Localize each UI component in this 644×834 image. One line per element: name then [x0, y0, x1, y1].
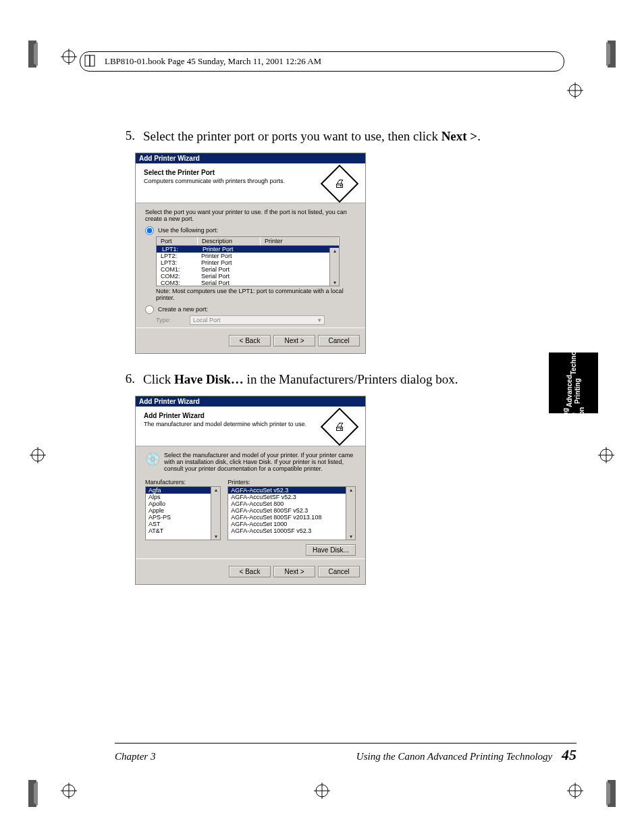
disk-icon: 💿	[145, 452, 160, 467]
manufacturers-label: Manufacturers:	[145, 479, 221, 486]
list-item[interactable]: AST	[146, 521, 220, 527]
port-row[interactable]: COM3:Serial Port	[157, 280, 339, 286]
wizard-instruction: 💿 Select the manufacturer and model of y…	[145, 452, 356, 472]
list-item[interactable]: AGFA-AccuSet 800	[228, 500, 355, 507]
list-item[interactable]: AT&T	[146, 527, 220, 534]
port-row[interactable]: LPT2:Printer Port	[157, 253, 339, 259]
list-item[interactable]: AGFA-AccuSet v52.3	[228, 487, 355, 494]
cancel-button[interactable]: Cancel	[318, 335, 360, 346]
list-item[interactable]: AGFA-AccuSetSF v52.3	[228, 494, 355, 500]
step-text: Click Have Disk… in the Manufacturers/Pr…	[143, 371, 458, 388]
header-text: LBP810-01.book Page 45 Sunday, March 11,…	[105, 56, 321, 67]
regmark-icon	[28, 41, 49, 68]
printer-icon: 🖨	[321, 164, 359, 203]
port-row[interactable]: LPT1:Printer Port	[157, 246, 339, 253]
list-item[interactable]: Agfa	[146, 487, 220, 494]
printers-list[interactable]: AGFA-AccuSet v52.3 AGFA-AccuSetSF v52.3 …	[227, 486, 356, 540]
thumb-tab: Using the Canon Advanced Printing Techno…	[549, 353, 598, 413]
scroll-up-icon: ▴	[333, 248, 336, 254]
scrollbar[interactable]: ▴▾	[211, 487, 220, 540]
crosshair-icon	[598, 447, 614, 463]
manufacturers-list[interactable]: Agfa Alps Apollo Apple APS-PS AST AT&T ▴…	[145, 486, 221, 540]
cancel-button[interactable]: Cancel	[318, 566, 360, 577]
crosshair-icon	[314, 783, 330, 799]
col-description[interactable]: Description	[198, 237, 261, 245]
list-item[interactable]: Apple	[146, 507, 220, 514]
printer-icon: 🖨	[321, 407, 359, 446]
scroll-down-icon: ▾	[333, 280, 336, 286]
col-port[interactable]: Port	[157, 237, 198, 245]
crosshair-icon	[30, 447, 46, 463]
port-row[interactable]: COM2:Serial Port	[157, 273, 339, 280]
book-icon	[83, 53, 98, 68]
port-row[interactable]: LPT3:Printer Port	[157, 259, 339, 266]
chevron-down-icon: ▾	[318, 317, 321, 323]
wizard-heading: Select the Printer Port	[144, 169, 285, 176]
titlebar: Add Printer Wizard	[136, 396, 365, 407]
list-item[interactable]: AGFA-AccuSet 800SF v52.3	[228, 507, 355, 514]
next-button[interactable]: Next >	[273, 566, 315, 577]
type-combo: Local Port▾	[190, 315, 325, 325]
step-5: 5. Select the printer port or ports you …	[115, 128, 563, 145]
list-item[interactable]: APS-PS	[146, 514, 220, 521]
back-button[interactable]: < Back	[229, 335, 271, 346]
wizard-heading: Add Printer Wizard	[144, 412, 306, 419]
port-note: Note: Most computers use the LPT1: port …	[156, 288, 356, 301]
regmark-icon	[595, 780, 616, 807]
regmark-icon	[28, 780, 49, 807]
list-item[interactable]: AGFA-AccuSet 1000	[228, 521, 355, 527]
add-printer-wizard-port: Add Printer Wizard Select the Printer Po…	[135, 153, 366, 354]
footer-title: Using the Canon Advanced Printing Techno…	[356, 751, 552, 762]
scrollbar[interactable]: ▴▾	[346, 487, 355, 540]
type-label: Type:	[156, 317, 186, 323]
step-6: 6. Click Have Disk… in the Manufacturers…	[115, 371, 563, 388]
wizard-instruction: Select the port you want your printer to…	[145, 209, 356, 222]
step-number: 5.	[115, 128, 143, 143]
chapter-label: Chapter 3	[115, 751, 155, 762]
svg-rect-26	[90, 55, 95, 66]
page-number: 45	[562, 746, 576, 763]
wizard-subheading: Computers communicate with printers thro…	[144, 178, 285, 184]
crosshair-icon	[567, 783, 583, 799]
running-header: LBP810-01.book Page 45 Sunday, March 11,…	[80, 51, 564, 72]
page-footer: Chapter 3 Using the Canon Advanced Print…	[115, 743, 576, 764]
crosshair-icon	[61, 783, 77, 799]
titlebar: Add Printer Wizard	[136, 153, 365, 163]
port-row[interactable]: COM1:Serial Port	[157, 266, 339, 273]
regmark-icon	[595, 41, 616, 68]
step-number: 6.	[115, 371, 143, 386]
radio-create-port[interactable]: Create a new port:	[145, 305, 356, 314]
col-printer[interactable]: Printer	[261, 237, 339, 245]
wizard-subheading: The manufacturer and model determine whi…	[144, 421, 306, 427]
step-text: Select the printer port or ports you wan…	[143, 128, 481, 145]
radio-use-port[interactable]: Use the following port:	[145, 226, 356, 235]
svg-rect-25	[85, 55, 90, 66]
add-printer-wizard-driver: Add Printer Wizard Add Printer Wizard Th…	[135, 396, 366, 585]
port-table[interactable]: Port Description Printer LPT1:Printer Po…	[156, 236, 340, 286]
back-button[interactable]: < Back	[229, 566, 271, 577]
list-item[interactable]: AGFA-AccuSet 1000SF v52.3	[228, 527, 355, 534]
next-button[interactable]: Next >	[273, 335, 315, 346]
crosshair-icon	[61, 49, 77, 65]
printers-label: Printers:	[227, 479, 356, 486]
crosshair-icon	[567, 82, 583, 99]
list-item[interactable]: AGFA-AccuSet 800SF v2013.108	[228, 514, 355, 521]
list-item[interactable]: Alps	[146, 494, 220, 500]
have-disk-button[interactable]: Have Disk...	[306, 544, 356, 556]
scrollbar[interactable]: ▴▾	[329, 248, 339, 286]
list-item[interactable]: Apollo	[146, 500, 220, 507]
